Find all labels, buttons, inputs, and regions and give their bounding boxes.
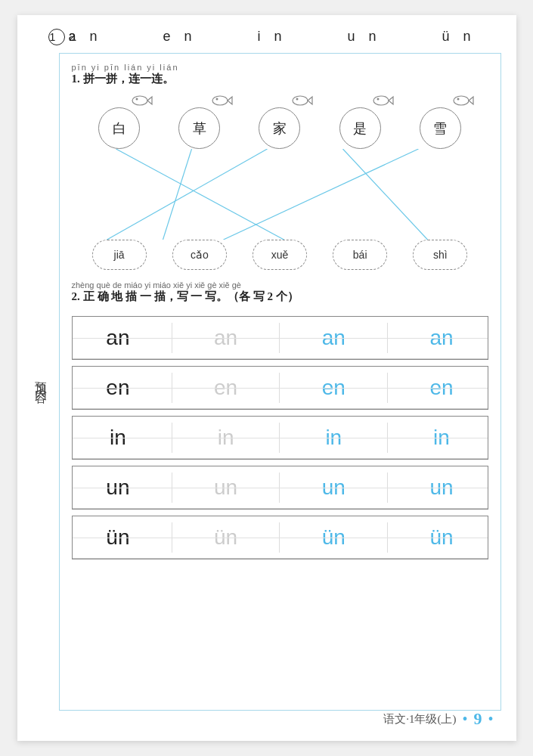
svg-point-0: [132, 96, 147, 105]
section2-text: 正 确 地 描 一 描，写 一 写。（各 写 2 个）: [83, 290, 299, 304]
phonics-title: an en in un ün: [68, 29, 484, 44]
svg-point-5: [216, 98, 218, 101]
section1-label: 1.: [72, 73, 80, 85]
section-1: pīn yi pīn lián yi lián 1. 拼一拼，连一连。: [72, 63, 488, 270]
fish-icon-2: [211, 92, 234, 109]
fish-icon-3: [291, 92, 314, 109]
char-shi: 是: [353, 119, 367, 138]
footer-text: 语文·1年级(上): [383, 712, 456, 727]
fish-item-xue: 雪: [410, 107, 470, 149]
lesson-number: 12: [48, 29, 65, 45]
char-jia: 家: [273, 119, 287, 138]
fish-icon-4: [372, 92, 395, 109]
pinyin-xue: xuě: [253, 240, 307, 270]
page-footer: 语文·1年级(上) • 9 •: [383, 709, 493, 729]
svg-marker-4: [228, 97, 232, 104]
pinyin-bai: bái: [333, 240, 387, 270]
svg-point-11: [377, 98, 379, 101]
fish-row: 白 草: [79, 92, 481, 149]
practice-row-en: en en en en: [72, 366, 488, 410]
svg-marker-13: [469, 97, 473, 104]
guide-line: [73, 538, 488, 538]
fish-circle-cao: 草: [178, 107, 220, 149]
footer-dot2: •: [488, 711, 493, 728]
svg-point-9: [373, 96, 389, 105]
char-xue: 雪: [433, 119, 447, 138]
page-title: 12an en in un ün: [17, 15, 516, 45]
svg-line-19: [223, 149, 418, 240]
svg-line-15: [116, 149, 284, 240]
fish-item-jia: 家: [249, 107, 310, 149]
section1-pinyin-tip: pīn yi pīn lián yi lián: [72, 63, 488, 72]
svg-point-14: [457, 98, 459, 101]
section-2: zhèng què de miáo yi miáo xiě yi xiě gè …: [72, 280, 488, 559]
section2-question-row: 2. 正 确 地 描 一 描，写 一 写。（各 写 2 个）: [72, 290, 488, 310]
footer-dot1: •: [462, 711, 467, 728]
practice-row-un2: ün ün ün ün: [72, 516, 488, 559]
fish-item-bai: 白: [89, 107, 150, 149]
svg-marker-1: [147, 97, 152, 104]
practice-row-in: in in in in: [72, 416, 488, 460]
pinyin-jia: jiā: [92, 240, 147, 270]
fish-item-shi: 是: [330, 107, 390, 149]
page: 12an en in un ün 预习内容 pīn yi pīn lián yi…: [17, 15, 516, 741]
svg-point-12: [454, 96, 469, 105]
practice-row-un: un un un un: [72, 466, 488, 510]
svg-point-6: [293, 96, 308, 105]
footer-page-num: 9: [473, 709, 482, 729]
fish-circle-bai: 白: [98, 107, 140, 149]
svg-line-18: [342, 149, 427, 240]
fish-circle-shi: 是: [339, 107, 381, 149]
section2-label: 2.: [72, 290, 80, 303]
char-cao: 草: [193, 119, 206, 138]
svg-marker-10: [389, 97, 393, 104]
fish-circle-xue: 雪: [420, 107, 461, 149]
section1-question-row: 1. 拼一拼，连一连。: [72, 72, 488, 92]
dashed-pinyin-row: jiā cǎo xuě bái shì: [79, 240, 481, 270]
svg-marker-7: [308, 97, 312, 104]
svg-point-8: [296, 98, 299, 101]
fish-item-cao: 草: [169, 107, 230, 149]
pinyin-cao: cǎo: [172, 240, 227, 270]
connecting-lines-area: [79, 149, 481, 240]
fish-icon-5: [452, 92, 475, 109]
section2-pinyin-tip: zhèng què de miáo yi miáo xiě yi xiě gè …: [72, 280, 488, 290]
guide-line: [73, 438, 488, 438]
char-bai: 白: [113, 119, 126, 138]
guide-line: [73, 338, 488, 339]
connecting-lines-svg: [79, 149, 481, 240]
svg-point-3: [212, 96, 228, 105]
guide-line: [73, 488, 488, 488]
practice-row-an: an an an an: [72, 316, 488, 360]
main-content-box: pīn yi pīn lián yi lián 1. 拼一拼，连一连。: [59, 53, 501, 711]
guide-line: [73, 388, 488, 389]
pinyin-shi: shì: [413, 240, 467, 270]
svg-point-2: [136, 98, 138, 101]
section1-text: 拼一拼，连一连。: [83, 72, 174, 86]
fish-circle-jia: 家: [259, 107, 300, 149]
sidebar-label: 预习内容: [33, 372, 48, 384]
fish-icon: [131, 92, 153, 109]
